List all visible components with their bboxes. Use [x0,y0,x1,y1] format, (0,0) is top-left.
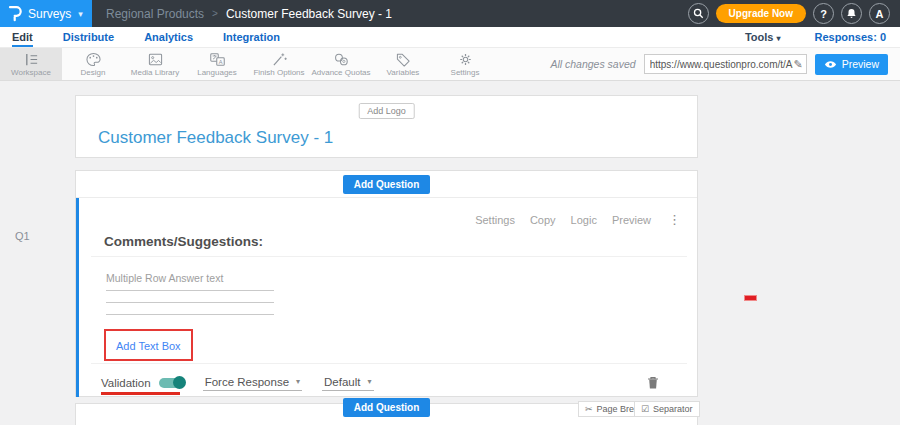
answer-line[interactable] [106,302,274,303]
force-response-dropdown[interactable]: Force Response ▾ [203,376,302,391]
responses-count[interactable]: Responses: 0 [814,31,886,43]
toolbar-item-design[interactable]: Design [62,48,124,80]
search-button[interactable] [688,3,709,24]
survey-title[interactable]: Customer Feedback Survey - 1 [98,128,333,148]
questionpro-logo-icon [8,5,22,22]
chevron-down-icon: ▾ [296,377,300,386]
chevron-down-icon: ▾ [367,377,371,386]
question-text[interactable]: Comments/Suggestions: [104,234,263,249]
workspace-icon [23,52,40,67]
product-label: Surveys [28,7,71,21]
toolbar-item-finish-options[interactable]: Finish Options [248,48,310,80]
default-dropdown[interactable]: Default ▾ [322,376,373,391]
survey-header-card: Add Logo Customer Feedback Survey - 1 [75,95,698,158]
palette-icon [85,52,102,67]
magic-wand-icon [271,52,288,67]
eye-icon [824,60,837,69]
gear-icon [457,52,474,67]
add-question-button-top[interactable]: Add Question [343,175,431,194]
pencil-icon[interactable]: ✎ [793,58,802,71]
workspace-toolbar: Workspace Design Media Library A Languag… [0,48,900,81]
toolbar-item-media-library[interactable]: Media Library [124,48,186,80]
question-active-bar [76,198,79,397]
add-question-button-bottom[interactable]: Add Question [343,398,431,417]
question-copy-link[interactable]: Copy [530,214,556,226]
help-button[interactable]: ? [813,3,834,24]
add-logo-button[interactable]: Add Logo [358,103,415,119]
question-card: Add Question Settings Copy Logic Preview… [75,170,698,397]
question-preview-link[interactable]: Preview [612,214,651,226]
svg-text:A: A [218,58,222,64]
divider [91,256,687,257]
search-icon [693,8,704,19]
checkbox-icon: ☑ [641,404,649,414]
quota-links-icon [333,52,350,67]
tag-icon [395,52,412,67]
add-text-box-link[interactable]: Add Text Box [116,340,181,352]
survey-workspace: Q1 Add Logo Customer Feedback Survey - 1… [0,81,900,425]
avatar[interactable]: A [869,3,890,24]
notifications-button[interactable] [841,3,862,24]
toggle-knob [173,376,186,389]
answer-line[interactable] [106,290,274,291]
question-number-label: Q1 [15,230,30,242]
toolbar-item-languages[interactable]: A Languages [186,48,248,80]
validation-label: Validation [101,377,151,389]
bell-icon [846,8,857,19]
breadcrumb-separator: > [212,8,218,19]
red-annotation-dash [744,295,757,301]
separator-button[interactable]: ☑ Separator [634,401,700,417]
add-text-box-highlight: Add Text Box [104,329,193,361]
tab-distribute[interactable]: Distribute [63,27,114,47]
nav-row: Edit Distribute Analytics Integration To… [0,27,900,48]
scissors-icon: ✂ [585,404,593,414]
surveys-menu[interactable]: Surveys ▾ [0,0,92,27]
tab-integration[interactable]: Integration [223,27,280,47]
question-logic-link[interactable]: Logic [571,214,597,226]
question-actions: Settings Copy Logic Preview ⋮ [475,212,681,227]
question-footer-row: Validation Force Response ▾ Default ▾ [101,371,681,395]
survey-url-input[interactable] [650,59,794,70]
question-block: Settings Copy Logic Preview ⋮ Comments/S… [76,197,697,397]
answer-placeholder[interactable]: Multiple Row Answer text [106,272,223,284]
toolbar-item-settings[interactable]: Settings [434,48,496,80]
save-status: All changes saved [550,58,635,70]
breadcrumb-parent[interactable]: Regional Products [106,7,204,21]
toolbar-item-variables[interactable]: Variables [372,48,434,80]
toolbar-item-workspace[interactable]: Workspace [0,48,62,80]
tab-edit[interactable]: Edit [12,27,33,47]
breadcrumb-current: Customer Feedback Survey - 1 [226,7,392,21]
preview-button[interactable]: Preview [815,54,888,75]
answer-line[interactable] [106,314,274,315]
trash-icon [647,376,659,390]
tools-menu[interactable]: Tools ▾ [745,31,781,43]
translate-icon: A [209,52,226,67]
breadcrumb: Regional Products > Customer Feedback Su… [106,7,392,21]
question-settings-link[interactable]: Settings [475,214,515,226]
image-icon [147,52,164,67]
divider [91,363,687,364]
question-mark-icon: ? [820,8,827,20]
more-options-icon[interactable]: ⋮ [668,212,681,227]
chevron-down-icon: ▾ [78,9,83,19]
delete-question-button[interactable] [647,376,659,390]
avatar-initial: A [876,8,884,20]
toolbar-item-advance-quotas[interactable]: Advance Quotas [310,48,372,80]
top-bar: Surveys ▾ Regional Products > Customer F… [0,0,900,27]
survey-url-box: ✎ [644,54,807,74]
upgrade-now-button[interactable]: Upgrade Now [716,4,806,23]
add-question-strip: Add Question [76,171,697,197]
validation-toggle[interactable] [159,378,185,388]
chevron-down-icon: ▾ [776,34,780,43]
red-annotation-underline [101,392,180,395]
tab-analytics[interactable]: Analytics [144,27,193,47]
